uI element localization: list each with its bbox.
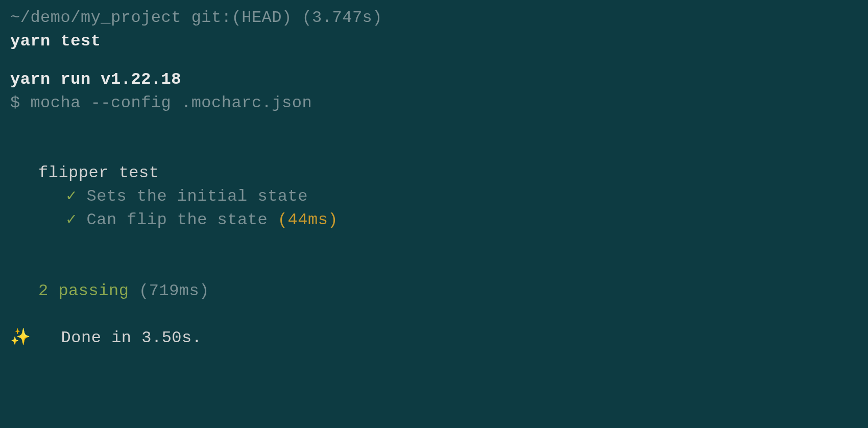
checkmark-icon: ✓ — [66, 210, 77, 229]
prompt-line: ~/demo/my_project git:(HEAD) (3.747s) — [10, 6, 858, 30]
test-suite-name: flipper test — [10, 161, 858, 185]
yarn-version-text: yarn run v1.22.18 — [10, 70, 181, 89]
suite-name-text: flipper test — [38, 163, 159, 182]
test-duration-text: (44ms) — [278, 210, 338, 229]
command-line: yarn test — [10, 30, 858, 53]
sparkles-icon: ✨ — [10, 328, 31, 347]
done-line: ✨ Done in 3.50s. — [10, 326, 858, 350]
done-text: Done in 3.50s. — [61, 328, 202, 347]
test-name-text: Can flip the state — [86, 210, 268, 229]
total-duration-text: (719ms) — [139, 281, 209, 300]
prompt-git: git:(HEAD) — [191, 8, 292, 27]
terminal-output: ~/demo/my_project git:(HEAD) (3.747s) ya… — [10, 6, 858, 350]
command-text: yarn test — [10, 32, 101, 51]
mocha-command-text: mocha --config .mocharc.json — [30, 93, 312, 112]
test-name-text: Sets the initial state — [86, 187, 307, 206]
summary-line: 2 passing (719ms) — [10, 279, 858, 303]
dollar-sign: $ — [10, 93, 20, 112]
prompt-path: ~/demo/my_project — [10, 8, 181, 27]
yarn-version-line: yarn run v1.22.18 — [10, 68, 858, 91]
prompt-timing: (3.747s) — [302, 8, 382, 27]
test-result-row: ✓ Can flip the state (44ms) — [10, 208, 858, 232]
passing-count-text: 2 passing — [38, 281, 129, 300]
test-result-row: ✓ Sets the initial state — [10, 185, 858, 208]
mocha-command-line: $ mocha --config .mocharc.json — [10, 91, 858, 115]
checkmark-icon: ✓ — [66, 187, 77, 206]
